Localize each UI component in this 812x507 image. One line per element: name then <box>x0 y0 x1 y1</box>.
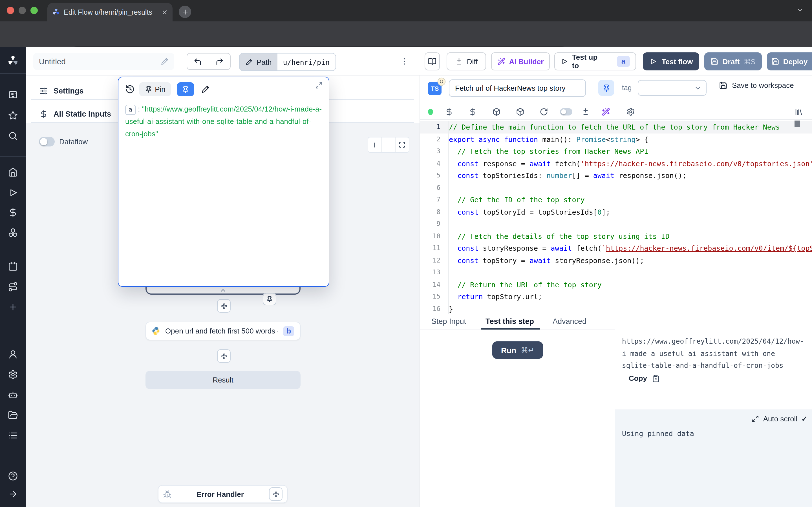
ai-builder-button[interactable]: AI Builder <box>491 52 550 70</box>
sidebar-item-help[interactable] <box>8 471 18 481</box>
insert-step-button[interactable] <box>217 349 231 363</box>
resources-box-icon[interactable] <box>492 108 501 116</box>
tab-title: Edit Flow u/henri/pin_results <box>64 8 152 16</box>
dataflow-toggle[interactable] <box>39 137 55 147</box>
sidebar-item-app-window[interactable] <box>8 90 18 100</box>
screen: Edit Flow u/henri/pin_results app.windmi… <box>0 0 812 507</box>
code-line: 5 const topStoriesIds: number[] = await … <box>420 170 812 182</box>
flow-name-field[interactable]: Untitled <box>33 53 174 70</box>
minimize-window-button[interactable] <box>18 7 26 14</box>
sidebar-item-play[interactable] <box>8 187 18 198</box>
zoom-in-button[interactable] <box>368 137 382 152</box>
tab-step-input[interactable]: Step Input <box>432 313 466 330</box>
zoom-out-button[interactable] <box>382 137 396 152</box>
auto-scroll-control[interactable]: Auto scroll ✓ <box>752 414 808 423</box>
copy-button[interactable]: Copy <box>629 374 659 383</box>
pinned-active-button[interactable] <box>177 82 194 96</box>
path-label-segment[interactable]: Path <box>240 54 277 70</box>
variables-icon[interactable] <box>469 108 477 116</box>
tab-search-chevron[interactable] <box>796 7 804 13</box>
flow-node-b[interactable]: Open url and fetch first 500 words of ..… <box>146 322 301 340</box>
ai-wand-icon[interactable] <box>602 108 610 116</box>
sidebar-item-gear[interactable] <box>8 370 18 380</box>
add-error-handler-button[interactable] <box>269 487 283 501</box>
edit-pencil-icon[interactable] <box>201 85 210 94</box>
sidebar-divider <box>0 73 26 74</box>
more-options-kebab-icon[interactable] <box>400 57 409 66</box>
pin-toggle-button[interactable]: Pin <box>139 82 171 96</box>
node-a-pin-badge[interactable] <box>263 293 276 305</box>
reset-refresh-icon[interactable] <box>540 108 548 116</box>
code-line: 4 const response = await fetch('https://… <box>420 158 812 170</box>
node-b-id-badge: b <box>283 326 294 336</box>
pin-label: Pin <box>155 85 165 94</box>
sidebar-item-boxes[interactable] <box>8 228 18 238</box>
editor-toggle[interactable] <box>560 108 572 115</box>
docs-book-button[interactable] <box>424 52 440 70</box>
draft-button[interactable]: Draft ⌘S <box>704 52 762 70</box>
pinned-value: a: "https://www.geoffreylitt.com/2025/04… <box>125 103 322 140</box>
static-inputs-label: All Static Inputs <box>54 110 111 118</box>
sidebar-item-robot[interactable] <box>8 390 18 400</box>
tab-test-this-step[interactable]: Test this step <box>486 313 534 330</box>
diff-button[interactable]: Diff <box>447 52 486 70</box>
sidebar-item-star[interactable] <box>8 110 18 121</box>
close-tab-icon[interactable] <box>161 9 168 15</box>
sidebar-item-search[interactable] <box>8 131 18 141</box>
test-up-to-step-badge[interactable]: a <box>617 56 630 67</box>
sidebar-item-dollar[interactable] <box>8 207 18 217</box>
editor-settings-gear-icon[interactable] <box>626 108 635 116</box>
step-summary-input[interactable] <box>449 79 586 97</box>
test-flow-button[interactable]: Test flow <box>643 52 699 70</box>
tab-advanced[interactable]: Advanced <box>553 313 587 330</box>
save-to-workspace-button[interactable]: Save to workspace <box>719 81 794 90</box>
error-handler-node[interactable]: Error Handler <box>158 485 288 503</box>
run-button[interactable]: Run ⌘↵ <box>492 341 543 359</box>
test-up-to-label: Test up to <box>572 53 605 70</box>
diff-icon[interactable] <box>581 108 590 116</box>
test-up-to-button[interactable]: Test up to a <box>554 52 636 70</box>
sidebar-item-arrow-right[interactable] <box>8 489 18 499</box>
redo-button[interactable] <box>209 54 230 69</box>
browser-titlebar: Edit Flow u/henri/pin_results <box>0 0 812 21</box>
deploy-button[interactable]: Deploy <box>767 52 812 70</box>
close-window-button[interactable] <box>7 7 14 14</box>
windmill-logo[interactable] <box>7 55 19 67</box>
package-box-icon[interactable] <box>516 108 524 116</box>
sidebar-item-home[interactable] <box>8 167 18 177</box>
tag-select[interactable] <box>638 80 707 96</box>
flow-name: Untitled <box>39 57 66 66</box>
step-pin-button[interactable] <box>598 80 614 96</box>
path-button[interactable]: Path u/henri/pin <box>239 53 336 71</box>
plus-icon <box>8 302 18 312</box>
search-icon <box>8 131 18 141</box>
sidebar-item-calendar[interactable] <box>8 262 18 272</box>
clipboard-icon <box>652 374 659 382</box>
path-value-segment[interactable]: u/henri/pin <box>277 54 336 70</box>
fit-view-button[interactable] <box>396 137 409 152</box>
insert-step-button[interactable] <box>217 299 231 313</box>
new-tab-button[interactable] <box>179 6 191 18</box>
sidebar-item-list[interactable] <box>8 431 18 441</box>
maximize-window-button[interactable] <box>31 7 38 14</box>
sidebar-item-folder[interactable] <box>8 410 18 420</box>
expand-popup-icon[interactable] <box>315 82 322 89</box>
edit-name-pencil-icon[interactable] <box>161 57 168 65</box>
collapse-chevron-up-icon[interactable] <box>219 287 227 294</box>
sidebar-item-plus[interactable] <box>8 302 18 312</box>
code-line: 2export async function main(): Promise<s… <box>420 133 812 145</box>
active-tab-underline <box>481 328 540 330</box>
save-icon <box>771 57 779 65</box>
static-inputs-icon[interactable] <box>445 108 453 116</box>
result-node[interactable]: Result <box>146 371 301 389</box>
browser-tab[interactable]: Edit Flow u/henri/pin_results <box>47 3 172 21</box>
sidebar-item-route[interactable] <box>8 282 18 292</box>
sidebar-item-person[interactable] <box>8 349 18 359</box>
history-icon[interactable] <box>125 84 135 94</box>
undo-button[interactable] <box>187 54 209 69</box>
flow-toolbar: Untitled Path u/henri/pin <box>26 47 812 75</box>
editor-scrollbar-thumb[interactable] <box>795 121 800 127</box>
code-editor[interactable]: 1// Define the main function to fetch th… <box>420 119 812 314</box>
person-icon <box>8 349 18 359</box>
library-icon[interactable] <box>795 108 803 116</box>
